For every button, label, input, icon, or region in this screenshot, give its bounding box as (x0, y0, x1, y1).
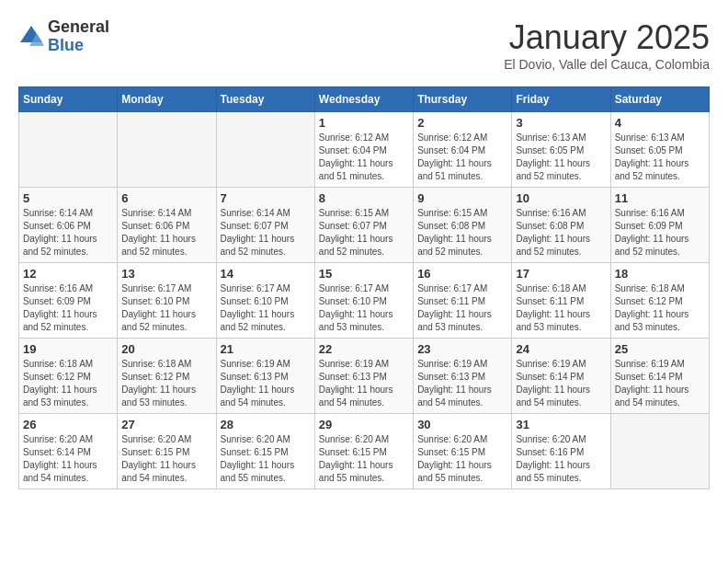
calendar-cell: 31Sunrise: 6:20 AMSunset: 6:16 PMDayligh… (512, 414, 610, 489)
day-info: Sunrise: 6:20 AMSunset: 6:15 PMDaylight:… (417, 433, 507, 485)
page-header: General Blue January 2025 El Dovio, Vall… (18, 18, 710, 72)
day-number: 31 (516, 418, 606, 431)
logo-blue: Blue (48, 37, 109, 55)
day-number: 16 (417, 267, 507, 281)
day-info: Sunrise: 6:14 AMSunset: 6:07 PMDaylight:… (221, 207, 311, 259)
calendar-cell: 26Sunrise: 6:20 AMSunset: 6:14 PMDayligh… (19, 414, 118, 489)
calendar-cell: 18Sunrise: 6:18 AMSunset: 6:12 PMDayligh… (610, 263, 709, 339)
calendar-cell: 20Sunrise: 6:18 AMSunset: 6:12 PMDayligh… (118, 339, 216, 414)
day-info: Sunrise: 6:16 AMSunset: 6:08 PMDaylight:… (516, 207, 606, 259)
day-info: Sunrise: 6:16 AMSunset: 6:09 PMDaylight:… (23, 282, 113, 334)
month-title: January 2025 (504, 18, 710, 57)
logo-text: General Blue (48, 18, 109, 55)
calendar-cell: 3Sunrise: 6:13 AMSunset: 6:05 PMDaylight… (512, 112, 610, 188)
day-info: Sunrise: 6:15 AMSunset: 6:07 PMDaylight:… (319, 207, 409, 259)
calendar-cell: 2Sunrise: 6:12 AMSunset: 6:04 PMDaylight… (414, 112, 512, 188)
day-info: Sunrise: 6:18 AMSunset: 6:12 PMDaylight:… (23, 358, 113, 409)
day-number: 3 (516, 116, 606, 130)
day-number: 23 (417, 342, 507, 356)
day-number: 27 (121, 418, 211, 431)
day-info: Sunrise: 6:18 AMSunset: 6:11 PMDaylight:… (516, 282, 606, 334)
calendar-header: SundayMondayTuesdayWednesdayThursdayFrid… (19, 87, 710, 112)
calendar-cell: 9Sunrise: 6:15 AMSunset: 6:08 PMDaylight… (414, 188, 512, 263)
calendar-cell: 7Sunrise: 6:14 AMSunset: 6:07 PMDaylight… (216, 188, 314, 263)
day-number: 2 (417, 116, 507, 130)
calendar-table: SundayMondayTuesdayWednesdayThursdayFrid… (18, 86, 710, 489)
day-number: 13 (121, 267, 211, 281)
calendar-week: 1Sunrise: 6:12 AMSunset: 6:04 PMDaylight… (19, 112, 710, 188)
day-number: 14 (221, 267, 311, 281)
day-number: 6 (121, 191, 211, 205)
day-number: 19 (23, 342, 113, 356)
calendar-week: 26Sunrise: 6:20 AMSunset: 6:14 PMDayligh… (19, 414, 710, 489)
header-day: Saturday (610, 87, 709, 112)
calendar-cell: 21Sunrise: 6:19 AMSunset: 6:13 PMDayligh… (216, 339, 314, 414)
calendar-cell: 11Sunrise: 6:16 AMSunset: 6:09 PMDayligh… (610, 188, 709, 263)
day-info: Sunrise: 6:20 AMSunset: 6:15 PMDaylight:… (121, 433, 211, 485)
calendar-cell: 14Sunrise: 6:17 AMSunset: 6:10 PMDayligh… (216, 263, 314, 339)
day-info: Sunrise: 6:12 AMSunset: 6:04 PMDaylight:… (319, 132, 409, 183)
day-info: Sunrise: 6:18 AMSunset: 6:12 PMDaylight:… (121, 358, 211, 409)
day-info: Sunrise: 6:20 AMSunset: 6:15 PMDaylight:… (221, 433, 311, 485)
logo-icon (18, 24, 44, 50)
day-number: 26 (23, 418, 113, 431)
day-info: Sunrise: 6:13 AMSunset: 6:05 PMDaylight:… (615, 132, 705, 183)
calendar-week: 5Sunrise: 6:14 AMSunset: 6:06 PMDaylight… (19, 188, 710, 263)
header-day: Wednesday (314, 87, 413, 112)
calendar-body: 1Sunrise: 6:12 AMSunset: 6:04 PMDaylight… (19, 112, 710, 489)
day-number: 21 (221, 342, 311, 356)
day-number: 12 (23, 267, 113, 281)
calendar-cell: 13Sunrise: 6:17 AMSunset: 6:10 PMDayligh… (118, 263, 216, 339)
calendar-cell: 29Sunrise: 6:20 AMSunset: 6:15 PMDayligh… (314, 414, 413, 489)
calendar-cell (610, 414, 709, 489)
day-number: 22 (319, 342, 409, 356)
calendar-cell: 15Sunrise: 6:17 AMSunset: 6:10 PMDayligh… (314, 263, 413, 339)
header-day: Sunday (19, 87, 118, 112)
calendar-cell: 16Sunrise: 6:17 AMSunset: 6:11 PMDayligh… (414, 263, 512, 339)
day-info: Sunrise: 6:17 AMSunset: 6:10 PMDaylight:… (221, 282, 311, 334)
day-number: 5 (23, 191, 113, 205)
day-info: Sunrise: 6:20 AMSunset: 6:14 PMDaylight:… (23, 433, 113, 485)
day-number: 11 (615, 191, 705, 205)
day-number: 8 (319, 191, 409, 205)
day-number: 1 (319, 116, 409, 130)
day-number: 15 (319, 267, 409, 281)
calendar-cell: 30Sunrise: 6:20 AMSunset: 6:15 PMDayligh… (414, 414, 512, 489)
day-number: 18 (615, 267, 705, 281)
calendar-cell: 5Sunrise: 6:14 AMSunset: 6:06 PMDaylight… (19, 188, 118, 263)
day-number: 29 (319, 418, 409, 431)
day-info: Sunrise: 6:20 AMSunset: 6:16 PMDaylight:… (516, 433, 606, 485)
day-info: Sunrise: 6:18 AMSunset: 6:12 PMDaylight:… (615, 282, 705, 334)
day-info: Sunrise: 6:19 AMSunset: 6:13 PMDaylight:… (319, 358, 409, 409)
logo: General Blue (18, 18, 109, 55)
calendar-cell: 8Sunrise: 6:15 AMSunset: 6:07 PMDaylight… (314, 188, 413, 263)
header-day: Tuesday (216, 87, 314, 112)
calendar-cell: 23Sunrise: 6:19 AMSunset: 6:13 PMDayligh… (414, 339, 512, 414)
title-section: January 2025 El Dovio, Valle del Cauca, … (504, 18, 710, 72)
day-info: Sunrise: 6:17 AMSunset: 6:10 PMDaylight:… (121, 282, 211, 334)
calendar-cell: 19Sunrise: 6:18 AMSunset: 6:12 PMDayligh… (19, 339, 118, 414)
calendar-week: 12Sunrise: 6:16 AMSunset: 6:09 PMDayligh… (19, 263, 710, 339)
day-number: 17 (516, 267, 606, 281)
day-info: Sunrise: 6:19 AMSunset: 6:13 PMDaylight:… (417, 358, 507, 409)
day-info: Sunrise: 6:19 AMSunset: 6:14 PMDaylight:… (516, 358, 606, 409)
day-info: Sunrise: 6:20 AMSunset: 6:15 PMDaylight:… (319, 433, 409, 485)
day-number: 24 (516, 342, 606, 356)
calendar-cell: 25Sunrise: 6:19 AMSunset: 6:14 PMDayligh… (610, 339, 709, 414)
calendar-cell: 12Sunrise: 6:16 AMSunset: 6:09 PMDayligh… (19, 263, 118, 339)
logo-general: General (48, 18, 109, 37)
calendar-cell: 27Sunrise: 6:20 AMSunset: 6:15 PMDayligh… (118, 414, 216, 489)
day-number: 25 (615, 342, 705, 356)
day-info: Sunrise: 6:13 AMSunset: 6:05 PMDaylight:… (516, 132, 606, 183)
day-info: Sunrise: 6:17 AMSunset: 6:11 PMDaylight:… (417, 282, 507, 334)
calendar-cell: 28Sunrise: 6:20 AMSunset: 6:15 PMDayligh… (216, 414, 314, 489)
day-info: Sunrise: 6:17 AMSunset: 6:10 PMDaylight:… (319, 282, 409, 334)
day-info: Sunrise: 6:19 AMSunset: 6:13 PMDaylight:… (221, 358, 311, 409)
location: El Dovio, Valle del Cauca, Colombia (504, 57, 710, 72)
day-number: 4 (615, 116, 705, 130)
day-info: Sunrise: 6:19 AMSunset: 6:14 PMDaylight:… (615, 358, 705, 409)
calendar-cell: 24Sunrise: 6:19 AMSunset: 6:14 PMDayligh… (512, 339, 610, 414)
day-info: Sunrise: 6:14 AMSunset: 6:06 PMDaylight:… (121, 207, 211, 259)
day-number: 7 (221, 191, 311, 205)
header-day: Monday (118, 87, 216, 112)
